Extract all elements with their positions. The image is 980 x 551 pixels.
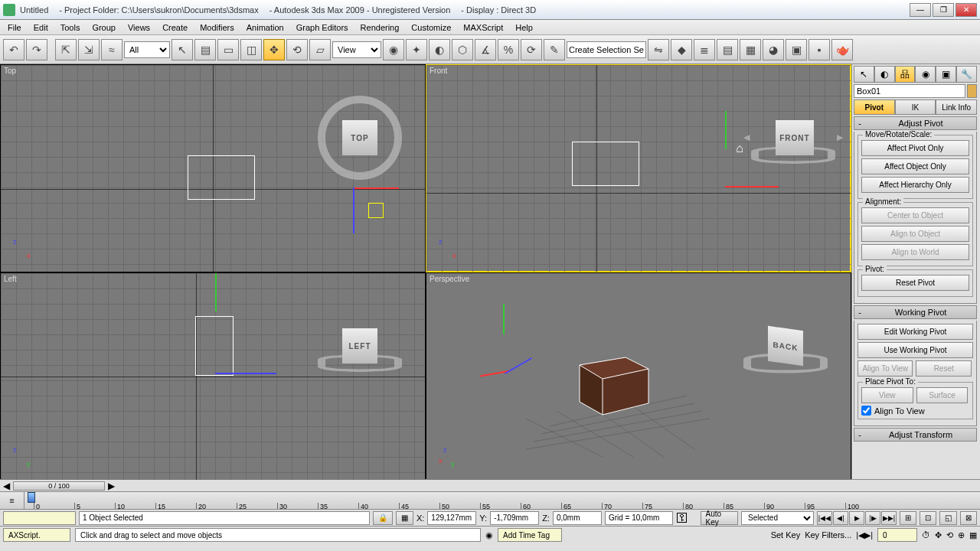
menu-maxscript[interactable]: MAXScript [457, 21, 509, 34]
named-selection-set[interactable] [567, 41, 646, 58]
next-frame-button[interactable]: |▶ [865, 511, 880, 525]
curve-editor-button[interactable]: ▤ [717, 39, 738, 60]
menu-group[interactable]: Group [86, 21, 122, 34]
layers-button[interactable]: ≣ [694, 39, 715, 60]
menu-modifiers[interactable]: Modifiers [194, 21, 240, 34]
use-working-pivot-button[interactable]: Use Working Pivot [858, 342, 973, 358]
schematic-button[interactable]: ▦ [740, 39, 761, 60]
maximize-button[interactable]: ❐ [933, 3, 954, 17]
script-listener-mini[interactable] [3, 511, 76, 525]
mode-link-info[interactable]: Link Info [936, 99, 977, 115]
object-color-swatch[interactable] [967, 84, 977, 98]
affect-pivot-only-button[interactable]: Affect Pivot Only [861, 140, 969, 156]
play-button[interactable]: ▶ [849, 511, 864, 525]
viewcube-front[interactable]: FRONT ◀ ▶ [751, 96, 835, 180]
playhead[interactable] [28, 492, 35, 503]
spinner-snap-button[interactable]: ⟳ [521, 39, 542, 60]
close-button[interactable]: ✕ [956, 3, 977, 17]
angle-snap-button[interactable]: ∡ [475, 39, 496, 60]
material-editor-button[interactable]: ◕ [763, 39, 784, 60]
tab-display[interactable]: ▣ [936, 66, 956, 83]
menu-help[interactable]: Help [509, 21, 539, 34]
align-button[interactable]: ◆ [671, 39, 692, 60]
bind-spacewarp-button[interactable]: ≈ [101, 39, 122, 60]
mode-ik[interactable]: IK [895, 99, 936, 115]
maxscript-label[interactable]: AXScript. [3, 528, 70, 542]
vp-nav-3[interactable]: ◱ [939, 511, 957, 525]
move-button[interactable]: ✥ [263, 39, 285, 60]
use-center-button[interactable]: ◉ [383, 39, 404, 60]
minimize-button[interactable]: — [910, 3, 931, 17]
tab-modify[interactable]: ◐ [874, 66, 895, 83]
ref-coord-system[interactable]: View [332, 41, 381, 58]
time-config-button[interactable]: ⏱ [922, 530, 930, 540]
undo-button[interactable]: ↶ [3, 39, 24, 60]
mode-pivot[interactable]: Pivot [854, 99, 895, 115]
tab-motion[interactable]: ◉ [915, 66, 936, 83]
viewcube-top[interactable]: TOP [318, 96, 402, 180]
comm-center-icon[interactable]: ◉ [485, 530, 493, 540]
select-window-button[interactable]: ◫ [240, 39, 262, 60]
x-coord-field[interactable] [427, 511, 476, 525]
object-box[interactable] [572, 142, 639, 186]
home-icon[interactable]: ⌂ [736, 142, 743, 155]
viewcube-left[interactable]: LEFT [318, 304, 402, 388]
z-coord-field[interactable] [553, 511, 602, 525]
rollout-adjust-transform[interactable]: -Adjust Transform [854, 428, 977, 442]
align-to-view-checkbox[interactable]: Align To View [861, 406, 969, 416]
viewport-left[interactable]: Left LEFT z y [1, 273, 425, 480]
vp-nav-1[interactable]: ⊞ [900, 511, 916, 525]
select-button[interactable]: ↖ [172, 39, 193, 60]
object-box[interactable] [188, 155, 255, 200]
add-time-tag[interactable]: Add Time Tag [498, 528, 562, 542]
mirror-button[interactable]: ⇋ [648, 39, 669, 60]
menu-views[interactable]: Views [122, 21, 156, 34]
render-setup-button[interactable]: ▣ [786, 39, 807, 60]
object-box[interactable] [572, 342, 656, 419]
affect-hierarchy-only-button[interactable]: Affect Hierarchy Only [861, 177, 969, 193]
viewport-top[interactable]: Top TOP z x [1, 65, 425, 272]
tab-create[interactable]: ↖ [854, 66, 874, 83]
menu-file[interactable]: File [2, 21, 28, 34]
keymode-button[interactable]: ◐ [429, 39, 450, 60]
select-rect-button[interactable]: ▭ [217, 39, 239, 60]
render-button[interactable]: 🫖 [831, 39, 853, 60]
object-box[interactable] [195, 316, 234, 376]
timeline-ruler[interactable]: ≡ 05101520253035404550556065707580859095… [0, 491, 980, 510]
goto-end-button[interactable]: ▶▶| [881, 511, 897, 525]
menu-animation[interactable]: Animation [240, 21, 290, 34]
redo-button[interactable]: ↷ [26, 39, 47, 60]
auto-key-button[interactable]: Auto Key [701, 511, 739, 525]
key-filters-button[interactable]: Key Filters... [805, 530, 851, 540]
viewport-perspective[interactable]: Perspective [426, 273, 851, 480]
menu-rendering[interactable]: Rendering [354, 21, 406, 34]
reset-pivot-button[interactable]: Reset Pivot [861, 275, 969, 291]
prev-key-icon[interactable]: ◀ [3, 481, 10, 491]
vp-nav-4[interactable]: ⊠ [960, 511, 977, 525]
next-key-icon[interactable]: ▶ [108, 481, 115, 491]
affect-object-only-button[interactable]: Affect Object Only [861, 158, 969, 174]
edit-working-pivot-button[interactable]: Edit Working Pivot [858, 324, 973, 340]
prev-frame-button[interactable]: ◀| [833, 511, 848, 525]
vp-nav-5[interactable]: ✥ [935, 530, 942, 540]
current-frame-field[interactable] [877, 528, 917, 542]
y-coord-field[interactable] [490, 511, 539, 525]
snap-toggle-button[interactable]: ⬡ [452, 39, 473, 60]
goto-start-button[interactable]: |◀◀ [817, 511, 832, 525]
key-mode-icon[interactable]: |◀▶| [856, 530, 873, 540]
menu-tools[interactable]: Tools [54, 21, 87, 34]
lock-icon[interactable]: 🔒 [373, 511, 393, 525]
render-frame-button[interactable]: ▪ [808, 39, 830, 60]
viewport-front[interactable]: Front ⌂ FRONT ◀ ▶ z x [426, 65, 851, 272]
menu-edit[interactable]: Edit [28, 21, 54, 34]
menu-graph-editors[interactable]: Graph Editors [290, 21, 354, 34]
abs-rel-toggle[interactable]: ▦ [396, 511, 413, 525]
menu-create[interactable]: Create [156, 21, 194, 34]
selection-filter[interactable]: All [124, 41, 170, 58]
vp-nav-8[interactable]: ▦ [969, 530, 977, 540]
select-name-button[interactable]: ▤ [194, 39, 216, 60]
viewcube-persp[interactable]: BACK [743, 304, 828, 388]
time-slider-handle[interactable]: 0 / 100 [13, 481, 105, 491]
select-link-button[interactable]: ⇱ [55, 39, 77, 60]
track-bar-button[interactable]: ≡ [0, 492, 24, 509]
